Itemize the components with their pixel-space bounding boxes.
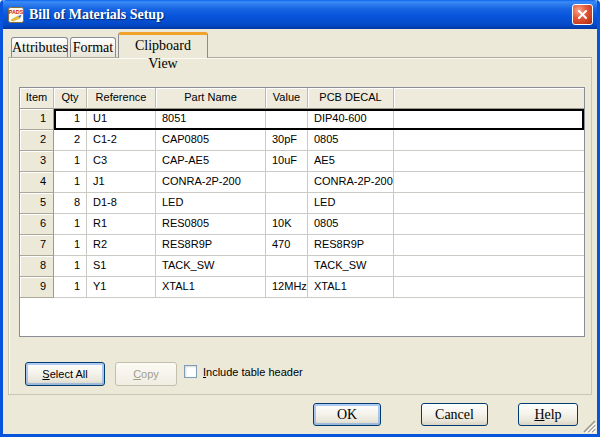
tab-clipboard-view[interactable]: Clipboard View — [118, 32, 208, 58]
row-body: 1 S1 TACK_SW TACK_SW — [54, 256, 584, 277]
cell-item: 4 — [20, 172, 54, 193]
table-row[interactable]: 9 1 Y1 XTAL1 12MHz XTAL1 — [20, 277, 584, 298]
cell-part-name: LED — [156, 193, 266, 214]
cell-part-name: CAP0805 — [156, 130, 266, 151]
svg-text:PADS: PADS — [9, 8, 24, 14]
cell-pcb-decal: DIP40-600 — [308, 109, 394, 130]
table-row[interactable]: 2 2 C1-2 CAP0805 30pF 0805 — [20, 130, 584, 151]
cell-qty: 2 — [54, 130, 87, 151]
cell-reference: U1 — [87, 109, 156, 130]
table-row[interactable]: 1 1 U1 8051 DIP40-600 — [20, 109, 584, 130]
window-title: Bill of Materials Setup — [29, 7, 164, 23]
cell-pcb-decal: LED — [308, 193, 394, 214]
cell-part-name: TACK_SW — [156, 256, 266, 277]
cell-item: 2 — [20, 130, 54, 151]
cell-blank — [394, 214, 584, 235]
cell-part-name: 8051 — [156, 109, 266, 130]
cell-reference: Y1 — [87, 277, 156, 298]
cell-value — [266, 109, 308, 130]
cell-part-name: XTAL1 — [156, 277, 266, 298]
cell-reference: R1 — [87, 214, 156, 235]
cell-value — [266, 256, 308, 277]
include-header-option: Include table header — [184, 365, 303, 378]
row-body: 1 R2 RES8R9P 470 RES8R9P — [54, 235, 584, 256]
cell-reference: C3 — [87, 151, 156, 172]
cell-qty: 1 — [54, 109, 87, 130]
ok-button[interactable]: OK — [313, 403, 381, 426]
col-header-part-name[interactable]: Part Name — [156, 88, 266, 109]
close-button[interactable] — [572, 4, 593, 25]
cell-pcb-decal: 0805 — [308, 214, 394, 235]
include-table-header-label[interactable]: Include table header — [203, 366, 303, 378]
cell-qty: 1 — [54, 172, 87, 193]
copy-button[interactable]: Copy — [115, 362, 177, 386]
include-table-header-checkbox[interactable] — [184, 365, 197, 378]
tab-attributes[interactable]: Attributes — [11, 37, 68, 57]
cell-blank — [394, 151, 584, 172]
col-header-value[interactable]: Value — [266, 88, 308, 109]
cell-blank — [394, 235, 584, 256]
table-row[interactable]: 3 1 C3 CAP-AE5 10uF AE5 — [20, 151, 584, 172]
cell-part-name: CAP-AE5 — [156, 151, 266, 172]
cell-blank — [394, 256, 584, 277]
cell-value — [266, 172, 308, 193]
row-body: 1 U1 8051 DIP40-600 — [54, 109, 584, 130]
cell-pcb-decal: RES8R9P — [308, 235, 394, 256]
table-row[interactable]: 7 1 R2 RES8R9P 470 RES8R9P — [20, 235, 584, 256]
cell-item: 3 — [20, 151, 54, 172]
table-row[interactable]: 8 1 S1 TACK_SW TACK_SW — [20, 256, 584, 277]
cell-item: 8 — [20, 256, 54, 277]
col-header-qty[interactable]: Qty — [54, 88, 87, 109]
cell-blank — [394, 277, 584, 298]
bom-setup-dialog: PADS Bill of Materials Setup Attributes … — [0, 0, 600, 437]
cell-qty: 1 — [54, 214, 87, 235]
cell-value: 30pF — [266, 130, 308, 151]
cell-blank — [394, 130, 584, 151]
table-row[interactable]: 6 1 R1 RES0805 10K 0805 — [20, 214, 584, 235]
resize-grip[interactable] — [582, 419, 596, 433]
cancel-button[interactable]: Cancel — [421, 403, 488, 426]
cell-qty: 1 — [54, 235, 87, 256]
pads-app-icon: PADS — [8, 7, 24, 23]
col-header-reference[interactable]: Reference — [87, 88, 156, 109]
cell-value: 10K — [266, 214, 308, 235]
col-header-pcb-decal[interactable]: PCB DECAL — [308, 88, 394, 109]
row-body: 8 D1-8 LED LED — [54, 193, 584, 214]
cell-value — [266, 193, 308, 214]
cell-pcb-decal: TACK_SW — [308, 256, 394, 277]
cell-pcb-decal: AE5 — [308, 151, 394, 172]
col-header-item[interactable]: Item — [20, 88, 54, 109]
help-button[interactable]: Help — [518, 403, 578, 426]
col-header-blank[interactable] — [394, 88, 584, 109]
cell-value: 10uF — [266, 151, 308, 172]
cell-qty: 1 — [54, 256, 87, 277]
row-body: 1 Y1 XTAL1 12MHz XTAL1 — [54, 277, 584, 298]
cell-reference: J1 — [87, 172, 156, 193]
cell-blank — [394, 109, 584, 130]
cell-item: 9 — [20, 277, 54, 298]
dialog-body: Attributes Format Clipboard View Item Qt… — [3, 29, 597, 434]
select-all-button[interactable]: Select All — [25, 362, 105, 386]
table-header-row: Item Qty Reference Part Name Value PCB D… — [20, 88, 584, 109]
cell-part-name: RES8R9P — [156, 235, 266, 256]
cell-value: 12MHz — [266, 277, 308, 298]
cell-qty: 1 — [54, 151, 87, 172]
cell-blank — [394, 172, 584, 193]
titlebar[interactable]: PADS Bill of Materials Setup — [3, 0, 597, 29]
table-body: 1 1 U1 8051 DIP40-600 2 2 C1-2 CAP0805 3… — [20, 109, 584, 298]
tab-strip: Attributes Format Clipboard View — [11, 31, 208, 58]
bom-preview-table: Item Qty Reference Part Name Value PCB D… — [19, 87, 585, 337]
table-row[interactable]: 4 1 J1 CONRA-2P-200 CONRA-2P-200 — [20, 172, 584, 193]
row-body: 1 J1 CONRA-2P-200 CONRA-2P-200 — [54, 172, 584, 193]
cell-pcb-decal: XTAL1 — [308, 277, 394, 298]
cell-item: 5 — [20, 193, 54, 214]
cell-qty: 1 — [54, 277, 87, 298]
cell-item: 6 — [20, 214, 54, 235]
cell-reference: C1-2 — [87, 130, 156, 151]
table-row[interactable]: 5 8 D1-8 LED LED — [20, 193, 584, 214]
cell-reference: D1-8 — [87, 193, 156, 214]
cell-item: 7 — [20, 235, 54, 256]
row-body: 1 C3 CAP-AE5 10uF AE5 — [54, 151, 584, 172]
tab-format[interactable]: Format — [70, 37, 116, 57]
cell-reference: R2 — [87, 235, 156, 256]
